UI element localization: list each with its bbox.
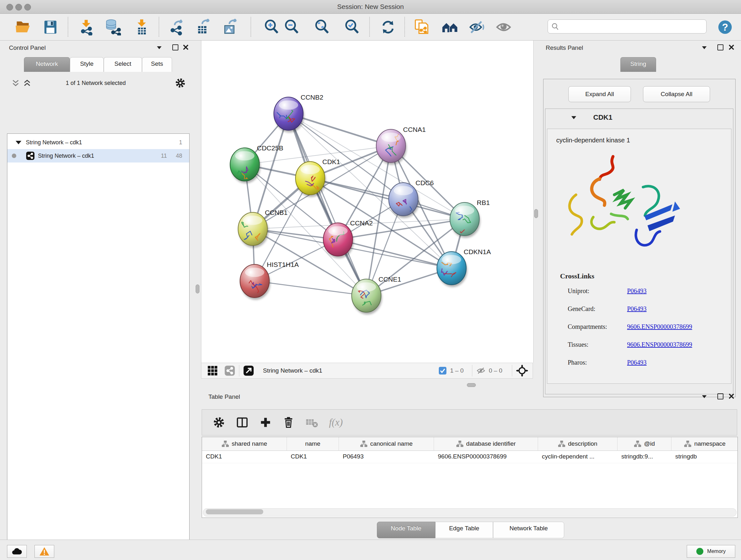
table-cell[interactable]: stringdb [671,451,738,463]
cloud-status-button[interactable] [7,545,27,558]
network-edge-HIST1H1A-CCNE1[interactable] [255,281,366,296]
tab-network-table[interactable]: Network Table [493,522,564,538]
table-cell[interactable]: stringdb:9... [617,451,671,463]
tab-edge-table[interactable]: Edge Table [435,522,493,538]
zoom-fit-button[interactable] [313,18,331,36]
table-row[interactable]: CDK1CDK1P064939606.ENSP00000378699cyclin… [202,451,738,463]
results-panel-close-icon[interactable] [728,44,735,51]
network-edge-CCNB2-CCNE1[interactable] [288,114,366,296]
tab-string[interactable]: String [620,57,656,72]
entry-expander-icon[interactable] [571,116,576,119]
network-share-icon[interactable] [224,365,235,376]
zoom-selected-button[interactable] [343,18,361,36]
selected-checkbox-icon[interactable] [439,367,447,375]
table-cell[interactable]: P06493 [339,451,434,463]
table-horizontal-scrollbar[interactable] [203,508,737,516]
results-panel-float-button[interactable] [718,44,724,51]
control-panel-collapse-icon[interactable] [157,46,161,49]
column-header-canonicalname[interactable]: canonical name [339,437,434,450]
table-panel-close-icon[interactable] [728,393,735,399]
zoom-out-button[interactable] [283,18,301,36]
crosslink-link[interactable]: P06493 [627,305,647,312]
network-node-CCNA1[interactable]: CCNA1 [376,126,426,165]
delete-column-trash-icon[interactable] [282,416,294,428]
network-from-selection-button[interactable] [413,18,430,36]
crosslink-link[interactable]: P06493 [627,287,647,294]
table-cell[interactable]: 9606.ENSP00000378699 [434,451,538,463]
tab-select[interactable]: Select [104,57,142,72]
delete-table-icon[interactable] [306,416,318,429]
table-settings-gear-icon[interactable] [213,416,225,428]
column-header-databaseidentifier[interactable]: database identifier [434,437,538,450]
show-columns-icon[interactable] [236,416,249,429]
export-table-button[interactable] [194,18,212,36]
fit-selection-crosshair-icon[interactable] [516,365,528,377]
hidden-eye-slash-icon[interactable] [476,366,486,375]
hide-selected-button[interactable] [468,18,486,36]
crosslink-link[interactable]: 9606.ENSP00000378699 [627,341,692,348]
import-network-database-button[interactable] [104,18,122,36]
network-row[interactable]: String Network – cdk1 11 48 [7,149,189,163]
birdseye-grid-icon[interactable] [207,365,218,376]
table-panel-collapse-icon[interactable] [702,395,706,398]
first-neighbors-button[interactable] [441,18,459,36]
network-node-CCNE1[interactable]: CCNE1 [352,275,401,314]
crosslink-link[interactable]: P06493 [627,359,647,366]
network-node-CDC25B[interactable]: CDC25B [230,144,283,183]
import-network-file-button[interactable] [77,18,95,36]
network-node-CDC6[interactable]: CDC6 [389,179,434,218]
tab-sets[interactable]: Sets [142,57,172,72]
add-column-plus-icon[interactable] [259,416,272,428]
tab-network[interactable]: Network [24,57,70,72]
control-panel-float-button[interactable] [172,44,179,51]
network-canvas[interactable]: CCNB2CCNA1CDC25BCDK1CDC6RB1CCNB1CCNA2CDK… [201,41,534,363]
column-header-id[interactable]: @id [617,437,671,450]
import-table-file-button[interactable] [133,18,151,36]
network-node-RB1[interactable]: RB1 [450,199,490,238]
show-all-button[interactable] [495,18,513,36]
warnings-button[interactable] [35,545,54,558]
export-network-button[interactable] [168,18,186,36]
network-options-gear-icon[interactable] [175,78,186,88]
apply-layout-button[interactable] [379,18,397,36]
network-graph[interactable]: CCNB2CCNA1CDC25BCDK1CDC6RB1CCNB1CCNA2CDK… [201,41,533,363]
network-node-CCNB2[interactable]: CCNB2 [274,94,323,132]
control-panel-close-icon[interactable] [183,44,189,51]
left-splitter-handle[interactable] [196,285,199,294]
open-session-button[interactable] [14,18,32,36]
memory-button[interactable]: Memory [687,545,735,558]
collapse-all-button[interactable]: Collapse All [643,86,710,102]
tab-node-table[interactable]: Node Table [377,522,435,538]
network-node-CCNB1[interactable]: CCNB1 [238,209,287,248]
open-in-window-icon[interactable] [243,365,254,376]
tab-style[interactable]: Style [70,57,104,72]
table-cell[interactable]: cyclin-dependent ... [538,451,617,463]
right-splitter-handle[interactable] [534,209,538,218]
column-header-name[interactable]: name [287,437,339,450]
network-node-CCNA2[interactable]: CCNA2 [323,219,373,258]
search-input[interactable] [559,23,706,30]
network-node-CDKN1A[interactable]: CDKN1A [437,248,491,287]
bottom-splitter-handle[interactable] [467,383,476,387]
column-header-namespace[interactable]: namespace [671,437,738,450]
expand-all-networks-icon[interactable] [23,79,31,87]
column-header-sharedname[interactable]: shared name [202,437,287,450]
expand-all-button[interactable]: Expand All [568,86,631,102]
table-panel-float-button[interactable] [718,393,724,399]
function-builder-icon[interactable]: f(x) [329,417,343,428]
collapse-all-networks-icon[interactable] [11,79,20,87]
scrollbar-thumb[interactable] [206,509,263,514]
collection-expander-icon[interactable] [16,141,21,144]
save-session-button[interactable] [42,18,59,36]
results-panel-collapse-icon[interactable] [702,46,706,49]
column-header-description[interactable]: description [538,437,617,450]
crosslink-link[interactable]: 9606.ENSP00000378699 [627,323,692,330]
table-cell[interactable]: CDK1 [202,451,287,463]
network-node-HIST1H1A[interactable]: HIST1H1A [240,261,299,300]
help-button[interactable]: ? [716,18,734,36]
network-collection-row[interactable]: String Network – cdk1 1 [7,136,189,149]
zoom-in-button[interactable] [263,18,281,36]
network-node-CDK1[interactable]: CDK1 [295,158,340,197]
table-cell[interactable]: CDK1 [287,451,339,463]
export-image-button[interactable] [221,18,239,36]
